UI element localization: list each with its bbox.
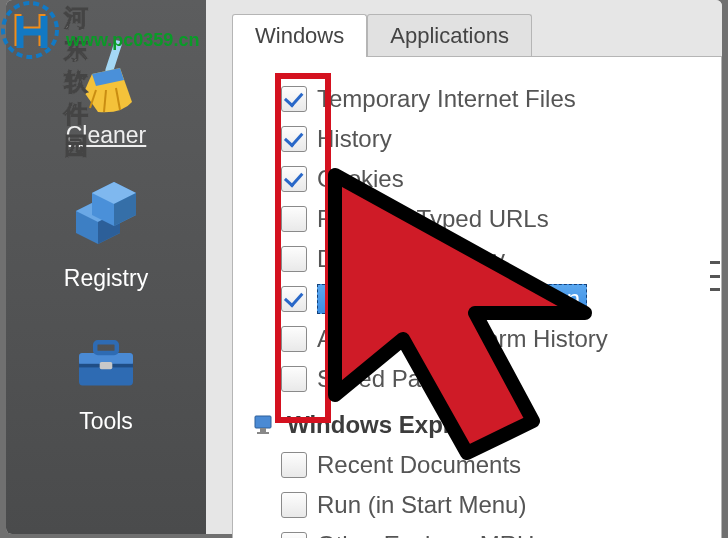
checkbox-history[interactable] — [281, 126, 307, 152]
list-item[interactable]: Last Download Location — [251, 279, 709, 319]
list-item[interactable]: Download History — [251, 239, 709, 279]
tab-bar: Windows Applications — [232, 14, 722, 57]
item-label: History — [317, 125, 392, 153]
item-label: Temporary Internet Files — [317, 85, 576, 113]
item-label: Saved Passwords — [317, 365, 509, 393]
item-label: Download History — [317, 245, 505, 273]
checkbox-temp-files[interactable] — [281, 86, 307, 112]
checkbox-last-download[interactable] — [281, 286, 307, 312]
section-header-explorer: Windows Explorer — [251, 405, 709, 445]
svg-rect-12 — [95, 342, 117, 353]
list-item[interactable]: Autocomplete Form History — [251, 319, 709, 359]
item-label: Last Download Location — [317, 284, 587, 314]
checkbox-typed-urls[interactable] — [281, 206, 307, 232]
tab-windows[interactable]: Windows — [232, 14, 367, 57]
svg-rect-16 — [260, 428, 266, 432]
list-item[interactable]: Temporary Internet Files — [251, 79, 709, 119]
item-label: Run (in Start Menu) — [317, 491, 526, 519]
list-item[interactable]: Run (in Start Menu) — [251, 485, 709, 525]
list-item[interactable]: Other Explorer MRUs — [251, 525, 709, 538]
sidebar: Cleaner Registry — [6, 0, 206, 534]
checkbox-cookies[interactable] — [281, 166, 307, 192]
app-window: Cleaner Registry — [6, 0, 722, 534]
registry-icon — [66, 179, 146, 259]
svg-rect-15 — [255, 416, 271, 428]
sidebar-item-registry[interactable]: Registry — [6, 173, 206, 298]
item-label: Other Explorer MRUs — [317, 531, 546, 538]
tab-applications[interactable]: Applications — [367, 14, 532, 57]
checkbox-run[interactable] — [281, 492, 307, 518]
svg-rect-14 — [100, 362, 113, 369]
checkbox-recent-docs[interactable] — [281, 452, 307, 478]
checkbox-download-history[interactable] — [281, 246, 307, 272]
item-label: Recent Documents — [317, 451, 521, 479]
list-item[interactable]: History — [251, 119, 709, 159]
svg-rect-17 — [257, 432, 269, 434]
checkbox-autocomplete[interactable] — [281, 326, 307, 352]
sidebar-label-cleaner: Cleaner — [66, 122, 147, 149]
checkbox-saved-passwords[interactable] — [281, 366, 307, 392]
list-item[interactable]: Cookies — [251, 159, 709, 199]
list-item[interactable]: Recent Documents — [251, 445, 709, 485]
list-item[interactable]: Recently Typed URLs — [251, 199, 709, 239]
section-heading: Windows Explorer — [287, 411, 496, 439]
explorer-icon — [251, 412, 277, 438]
item-label: Cookies — [317, 165, 404, 193]
item-label: Autocomplete Form History — [317, 325, 608, 353]
checkbox-other-mru[interactable] — [281, 532, 307, 538]
list-item[interactable]: Saved Passwords — [251, 359, 709, 399]
toolbox-icon — [66, 322, 146, 402]
sidebar-item-cleaner[interactable]: Cleaner — [6, 30, 206, 155]
main-panel: Windows Applications Temporary Internet … — [206, 0, 722, 534]
sidebar-label-tools: Tools — [79, 408, 133, 435]
sidebar-item-tools[interactable]: Tools — [6, 316, 206, 441]
sidebar-label-registry: Registry — [64, 265, 148, 292]
tab-panel-windows: Temporary Internet Files History Cookies… — [232, 56, 722, 538]
resize-handle[interactable] — [710, 256, 720, 296]
item-label: Recently Typed URLs — [317, 205, 549, 233]
broom-icon — [66, 36, 146, 116]
